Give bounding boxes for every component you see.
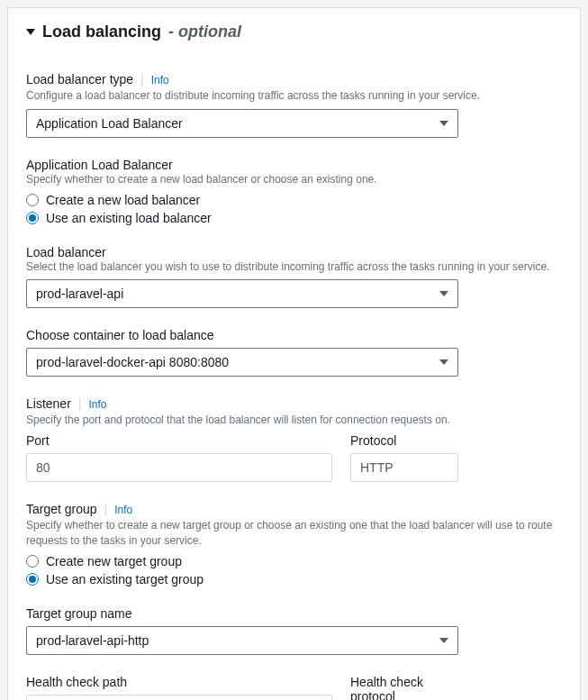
radio-selected-icon[interactable] — [26, 573, 39, 586]
divider: | — [78, 396, 82, 411]
chevron-down-icon — [439, 291, 448, 296]
hc-path-label: Health check path — [26, 675, 332, 689]
lb-label: Load balancer — [26, 245, 562, 259]
listener-info-link[interactable]: Info — [88, 398, 106, 411]
lb-type-select[interactable]: Application Load Balancer — [26, 109, 458, 138]
tg-existing-label: Use an existing target group — [46, 572, 204, 586]
tg-label: Target group — [26, 502, 97, 516]
tg-name-label: Target group name — [26, 606, 562, 621]
protocol-label: Protocol — [350, 433, 458, 448]
lb-group: Load balancer Select the load balancer y… — [26, 245, 562, 309]
tg-info-link[interactable]: Info — [114, 504, 132, 516]
listener-label: Listener — [26, 396, 71, 411]
container-label: Choose container to load balance — [26, 328, 562, 342]
tg-hint: Specify whether to create a new target g… — [26, 518, 562, 549]
alb-hint: Specify whether to create a new load bal… — [26, 172, 562, 187]
chevron-down-icon — [439, 638, 448, 643]
tg-create-radio-row[interactable]: Create new target group — [26, 554, 562, 568]
lb-select[interactable]: prod-laravel-api — [26, 279, 458, 308]
collapse-caret-icon — [26, 29, 35, 35]
radio-selected-icon[interactable] — [26, 212, 39, 224]
tg-group: Target group | Info Specify whether to c… — [26, 502, 562, 586]
port-input[interactable] — [26, 453, 332, 482]
tg-name-value: prod-laravel-api-http — [36, 633, 149, 648]
lb-type-group: Load balancer type | Info Configure a lo… — [26, 72, 562, 138]
panel-header[interactable]: Load balancing - optional — [26, 23, 562, 41]
divider: | — [104, 502, 108, 516]
listener-hint: Specify the port and protocol that the l… — [26, 413, 562, 428]
port-label: Port — [26, 433, 332, 448]
tg-name-group: Target group name prod-laravel-api-http — [26, 606, 562, 655]
tg-name-select[interactable]: prod-laravel-api-http — [26, 626, 458, 655]
lb-value: prod-laravel-api — [36, 286, 123, 301]
radio-icon[interactable] — [26, 555, 39, 568]
protocol-input[interactable] — [350, 453, 458, 482]
lb-type-hint: Configure a load balancer to distribute … — [26, 88, 562, 104]
container-group: Choose container to load balance prod-la… — [26, 328, 562, 377]
alb-existing-radio-row[interactable]: Use an existing load balancer — [26, 211, 562, 225]
hc-protocol-label: Health check protocol — [350, 675, 458, 700]
alb-group: Application Load Balancer Specify whethe… — [26, 158, 562, 225]
alb-create-label: Create a new load balancer — [46, 193, 200, 207]
radio-icon[interactable] — [26, 194, 39, 206]
chevron-down-icon — [439, 121, 448, 126]
chevron-down-icon — [439, 359, 448, 365]
panel-title: Load balancing — [42, 23, 161, 41]
listener-group: Listener | Info Specify the port and pro… — [26, 396, 562, 482]
alb-existing-label: Use an existing load balancer — [46, 211, 212, 225]
load-balancing-panel: Load balancing - optional Load balancer … — [7, 7, 581, 700]
lb-type-label: Load balancer type — [26, 72, 133, 86]
tg-create-label: Create new target group — [46, 554, 182, 568]
alb-create-radio-row[interactable]: Create a new load balancer — [26, 193, 562, 207]
lb-type-value: Application Load Balancer — [36, 116, 183, 131]
lb-type-info-link[interactable]: Info — [151, 74, 169, 86]
tg-existing-radio-row[interactable]: Use an existing target group — [26, 572, 562, 586]
panel-optional-label: - optional — [168, 23, 241, 41]
container-value: prod-laravel-docker-api 8080:8080 — [36, 355, 229, 369]
alb-label: Application Load Balancer — [26, 158, 562, 172]
hc-path-input[interactable] — [26, 695, 332, 700]
divider: | — [140, 72, 144, 86]
container-select[interactable]: prod-laravel-docker-api 8080:8080 — [26, 348, 458, 377]
lb-hint: Select the load balancer you wish to use… — [26, 259, 562, 275]
hc-group: Health check path Health check protocol — [26, 675, 562, 700]
